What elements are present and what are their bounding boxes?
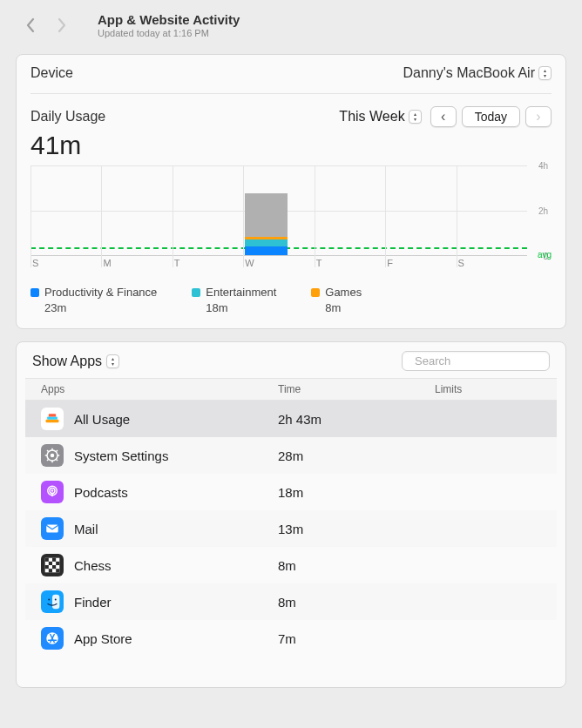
svg-rect-3	[47, 417, 58, 420]
chart-bar[interactable]	[245, 193, 288, 255]
svg-rect-22	[49, 562, 52, 565]
system-settings-icon	[41, 444, 64, 467]
app-time: 7m	[278, 631, 435, 646]
x-tick: M	[103, 258, 111, 268]
app-name: Finder	[74, 595, 112, 610]
legend-swatch	[30, 288, 39, 297]
x-tick: F	[387, 258, 393, 268]
device-value: Danny's MacBook Air	[403, 65, 535, 81]
device-select[interactable]: Danny's MacBook Air ▴▾	[403, 65, 552, 81]
svg-rect-18	[46, 525, 58, 533]
usage-panel: Device Danny's MacBook Air ▴▾ Daily Usag…	[16, 54, 566, 329]
table-row[interactable]: Mail13m	[25, 510, 557, 547]
legend-item: Productivity & Finance23m	[30, 286, 157, 314]
daily-usage-label: Daily Usage	[30, 109, 105, 125]
window-header: App & Website Activity Updated today at …	[0, 0, 582, 47]
search-field[interactable]	[402, 351, 550, 371]
chart-legend: Productivity & Finance23mEntertainment18…	[30, 286, 552, 314]
svg-line-13	[47, 460, 49, 462]
updown-icon: ▴▾	[106, 354, 119, 368]
app-time: 28m	[278, 448, 435, 463]
apps-table-body: All Usage2h 43mSystem Settings28mPodcast…	[25, 401, 557, 687]
legend-item: Games8m	[311, 286, 362, 314]
app-time: 18m	[278, 485, 435, 500]
today-button[interactable]: Today	[462, 106, 520, 127]
next-button: ›	[525, 106, 552, 127]
legend-swatch	[192, 288, 200, 297]
app-store-icon	[41, 627, 64, 650]
legend-value: 18m	[206, 301, 276, 314]
app-name: All Usage	[74, 412, 130, 427]
usage-total: 41m	[30, 131, 552, 160]
col-time[interactable]: Time	[278, 383, 435, 395]
svg-rect-2	[46, 420, 59, 422]
x-tick: T	[316, 258, 322, 268]
legend-label: Games	[325, 286, 362, 299]
app-name: Mail	[74, 522, 98, 536]
table-row[interactable]: Podcasts18m	[25, 474, 557, 510]
table-row[interactable]: Chess8m	[25, 547, 557, 583]
updown-icon: ▴▾	[538, 66, 552, 80]
svg-rect-23	[56, 562, 59, 565]
y-tick: 2h	[538, 206, 548, 216]
page-title: App & Website Activity	[98, 12, 240, 27]
svg-rect-29	[52, 595, 59, 610]
svg-point-30	[48, 599, 50, 601]
svg-rect-26	[49, 569, 52, 572]
chess-icon	[41, 554, 64, 576]
period-select[interactable]: This Week ▴▾	[339, 109, 421, 125]
svg-rect-20	[45, 558, 49, 562]
table-row[interactable]: Finder8m	[25, 583, 557, 620]
col-limits[interactable]: Limits	[435, 383, 557, 395]
prev-button[interactable]: ‹	[430, 106, 457, 127]
mail-icon	[41, 517, 64, 540]
period-value: This Week	[339, 109, 404, 125]
nav-forward-button	[51, 14, 73, 37]
svg-rect-24	[45, 565, 49, 569]
all-usage-icon	[41, 408, 64, 430]
svg-rect-4	[49, 414, 56, 416]
app-name: Podcasts	[74, 485, 128, 500]
legend-label: Entertainment	[206, 286, 276, 299]
svg-line-14	[57, 450, 58, 452]
table-header: Apps Time Limits	[25, 378, 557, 401]
search-input[interactable]	[415, 354, 561, 367]
avg-label: avg	[538, 249, 552, 259]
legend-swatch	[311, 288, 320, 297]
x-tick: S	[32, 258, 38, 268]
x-tick: W	[245, 258, 254, 268]
legend-value: 23m	[44, 301, 157, 314]
updown-icon: ▴▾	[409, 110, 422, 124]
svg-point-31	[55, 599, 57, 601]
usage-chart: 02h4h SMTWTFS avg	[30, 165, 552, 272]
app-time: 8m	[278, 595, 435, 610]
y-tick: 4h	[538, 161, 548, 171]
col-apps[interactable]: Apps	[25, 383, 278, 395]
app-time: 8m	[278, 558, 435, 573]
app-name: Chess	[74, 558, 112, 573]
page-subtitle: Updated today at 1:16 PM	[98, 28, 240, 38]
svg-point-6	[51, 454, 55, 458]
show-apps-select[interactable]: Show Apps ▴▾	[32, 354, 119, 369]
app-time: 2h 43m	[278, 412, 435, 427]
legend-label: Productivity & Finance	[44, 286, 157, 299]
svg-point-17	[51, 489, 53, 491]
legend-item: Entertainment18m	[192, 286, 276, 314]
legend-value: 8m	[325, 301, 362, 314]
x-tick: S	[458, 258, 464, 268]
svg-line-11	[47, 450, 49, 452]
table-row[interactable]: All Usage2h 43m	[25, 401, 557, 437]
finder-icon	[41, 590, 64, 613]
svg-rect-21	[52, 558, 56, 562]
device-label: Device	[30, 65, 73, 81]
table-row[interactable]: System Settings28m	[25, 437, 557, 474]
apps-panel: Show Apps ▴▾ Apps Time Limits All Usage2…	[16, 341, 566, 688]
x-tick: T	[174, 258, 180, 268]
svg-rect-27	[56, 569, 59, 572]
app-time: 13m	[278, 522, 435, 536]
svg-line-12	[57, 460, 58, 462]
nav-back-button[interactable]	[19, 14, 42, 37]
svg-rect-25	[52, 565, 56, 569]
table-row[interactable]: App Store7m	[25, 620, 557, 657]
app-name: System Settings	[74, 448, 168, 463]
